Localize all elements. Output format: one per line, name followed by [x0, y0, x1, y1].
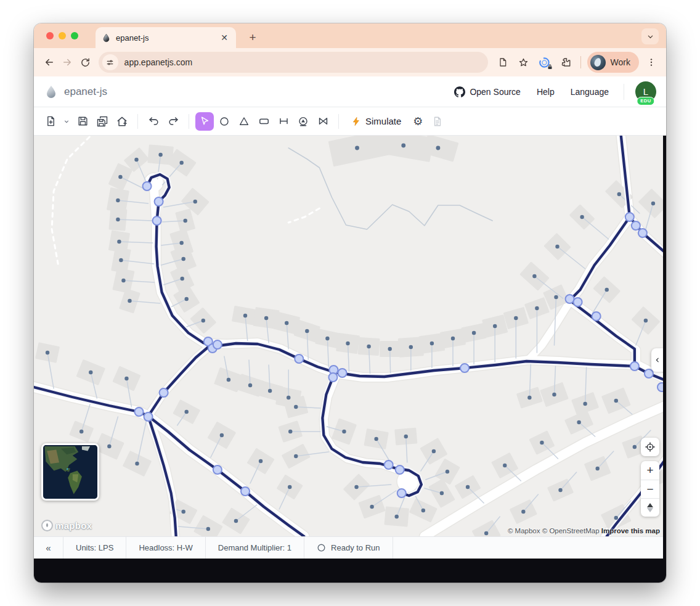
simulation-report-button[interactable] [428, 112, 447, 131]
reading-mode-icon[interactable] [494, 54, 511, 71]
forward-arrow-icon [62, 57, 73, 68]
app-brand: epanet-js [44, 84, 107, 99]
save-copy-icon [96, 115, 108, 128]
simulate-button[interactable]: Simulate [345, 112, 407, 131]
geolocate-icon [645, 441, 656, 452]
import-demo-button[interactable] [113, 112, 131, 131]
divider [338, 114, 339, 129]
ready-circle-icon [317, 543, 326, 552]
divider [624, 84, 624, 100]
reservoir-triangle-icon [238, 116, 250, 127]
map-attribution: © Mapbox © OpenStreetMap Improve this ma… [508, 527, 660, 534]
cursor-icon [200, 116, 210, 126]
report-file-icon [432, 116, 443, 127]
zoom-out-button[interactable]: − [641, 480, 659, 498]
lightning-bolt-icon [351, 117, 361, 126]
junction-circle-icon [219, 116, 230, 127]
new-tab-button[interactable]: + [245, 30, 261, 46]
tab-close-icon[interactable]: ✕ [219, 32, 230, 43]
run-status-label: Ready to Run [331, 543, 380, 552]
language-link[interactable]: Language [571, 87, 609, 97]
browser-window: epanet-js ✕ + app.epanetjs.com [34, 23, 666, 583]
expand-panel-tab[interactable] [651, 348, 663, 372]
divider [189, 114, 189, 129]
minimize-window-button[interactable] [59, 32, 66, 39]
profile-button[interactable]: Work [587, 52, 639, 73]
edu-badge: EDU [637, 97, 654, 105]
fullscreen-window-button[interactable] [71, 32, 78, 39]
status-bar: « Units: LPS Headloss: H-W Demand Multip… [34, 536, 666, 559]
improve-map-link[interactable]: Improve this map [601, 527, 660, 534]
forward-button[interactable] [59, 53, 77, 72]
zoom-controls: + − [641, 461, 659, 517]
url-bar[interactable]: app.epanetjs.com [99, 52, 488, 73]
redo-button[interactable] [164, 112, 182, 131]
tank-tool-button[interactable] [254, 112, 273, 131]
mapbox-logo-icon [41, 520, 53, 531]
reservoir-tool-button[interactable] [235, 112, 253, 131]
collapse-statusbar-button[interactable]: « [34, 537, 63, 559]
app-title: epanet-js [64, 86, 107, 98]
map-canvas[interactable] [34, 136, 663, 536]
help-link[interactable]: Help [537, 87, 555, 97]
undo-button[interactable] [144, 112, 163, 131]
browser-tabstrip: epanet-js ✕ + [34, 23, 666, 48]
minimap-globe[interactable] [41, 443, 99, 501]
screenshot-stage: { "browser": { "tab_title": "epanet-js",… [0, 0, 700, 606]
undo-icon [148, 115, 160, 127]
divider [137, 114, 138, 129]
pump-tool-button[interactable] [294, 112, 312, 131]
back-arrow-icon [44, 57, 55, 68]
lock-icon [547, 64, 553, 70]
headloss-status[interactable]: Headloss: H-W [126, 537, 205, 559]
bookmark-star-icon[interactable] [515, 54, 532, 71]
attribution-mapbox-link[interactable]: © Mapbox [508, 527, 540, 534]
simulation-settings-button[interactable]: ⚙ [409, 112, 427, 131]
browser-tab[interactable]: epanet-js ✕ [96, 27, 236, 48]
reload-icon [80, 57, 91, 68]
redo-icon [168, 115, 179, 127]
pitch-arrows-icon [647, 503, 653, 512]
zoom-in-button[interactable]: + [641, 461, 659, 480]
pitch-toggle-button[interactable] [641, 498, 659, 517]
save-button[interactable] [73, 112, 92, 131]
mapbox-wordmark: mapbox [55, 520, 92, 531]
reload-button[interactable] [76, 53, 95, 72]
units-status[interactable]: Units: LPS [63, 537, 126, 559]
user-avatar[interactable]: L EDU [635, 81, 656, 102]
close-window-button[interactable] [46, 32, 54, 39]
extensions-puzzle-icon[interactable] [557, 54, 574, 71]
save-floppy-icon [77, 115, 89, 127]
tank-rect-icon [258, 115, 270, 127]
tab-search-chevron-button[interactable] [641, 28, 659, 44]
open-source-label: Open Source [470, 87, 521, 97]
house-plus-icon [116, 115, 128, 128]
browser-menu-kebab-icon[interactable] [643, 54, 660, 71]
valve-tool-button[interactable] [314, 112, 332, 131]
map-area: mapbox © Mapbox © OpenStreetMap Improve … [34, 136, 666, 536]
junction-tool-button[interactable] [215, 112, 234, 131]
app-toolbar: Simulate ⚙ [34, 107, 666, 136]
addressbar-actions: Work [494, 52, 660, 73]
gear-icon: ⚙ [413, 116, 423, 127]
save-copy-button[interactable] [93, 112, 112, 131]
mapbox-logo[interactable]: mapbox [41, 520, 92, 531]
open-source-link[interactable]: Open Source [454, 86, 521, 97]
back-button[interactable] [40, 53, 59, 72]
geolocate-button[interactable] [641, 438, 659, 456]
new-project-menu-chevron[interactable] [61, 112, 72, 131]
run-status[interactable]: Ready to Run [304, 537, 393, 559]
window-bottom-dark-band [34, 559, 666, 583]
demand-multiplier-status[interactable]: Demand Multiplier: 1 [206, 537, 304, 559]
chevron-down-icon [647, 33, 654, 40]
password-manager-extension-icon[interactable] [536, 54, 553, 71]
new-project-button[interactable] [41, 112, 60, 131]
attribution-osm-link[interactable]: © OpenStreetMap [542, 527, 600, 534]
window-controls [46, 32, 78, 39]
site-settings-icon[interactable] [102, 54, 118, 70]
new-file-icon [45, 115, 57, 127]
browser-addressbar: app.epanetjs.com Work [34, 48, 666, 76]
pipe-tool-button[interactable] [274, 112, 293, 131]
right-edge-strip [663, 136, 666, 559]
select-tool-button[interactable] [195, 112, 214, 131]
